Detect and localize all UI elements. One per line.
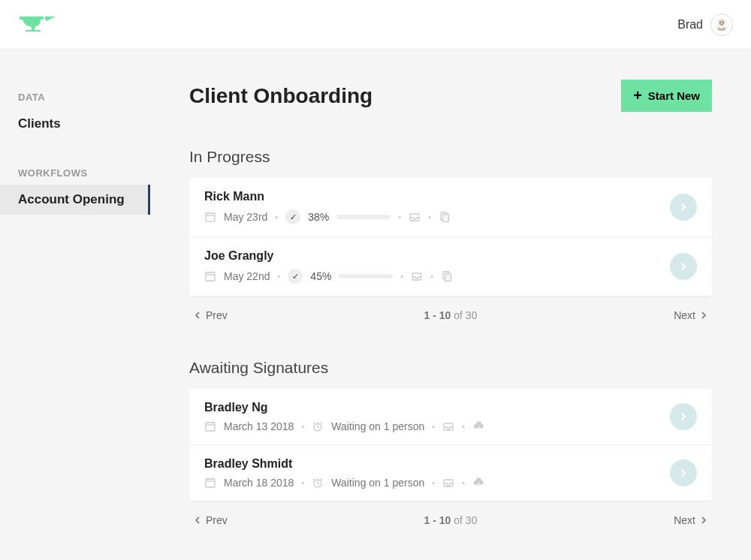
plus-icon: +: [633, 87, 642, 104]
status-label: Waiting on 1 person: [331, 477, 424, 489]
sidebar-group-workflows: WORKFLOWS Account Opening: [0, 161, 150, 215]
date-label: March 18 2018: [224, 477, 294, 489]
arrow-button[interactable]: [670, 459, 697, 486]
main: Client Onboarding + Start New In Progres…: [150, 50, 751, 560]
pager-range-of: of 30: [454, 514, 477, 526]
check-icon: ✓: [288, 269, 303, 284]
separator: •: [428, 212, 431, 221]
date-label: May 23rd: [224, 211, 267, 223]
clock-icon: [312, 477, 324, 489]
progress-bar: [336, 215, 391, 219]
clock-icon: [312, 420, 324, 432]
sidebar-heading-workflows: WORKFLOWS: [0, 161, 150, 185]
calendar-icon: [204, 211, 216, 223]
inbox-icon: [442, 420, 454, 432]
svg-rect-4: [206, 213, 215, 221]
user-name-label: Brad: [677, 18, 703, 32]
list-item[interactable]: Joe Grangly May 22nd • ✓ 45% • •: [189, 236, 712, 296]
section-title-in-progress: In Progress: [189, 148, 712, 166]
pager-range-of: of 30: [454, 309, 477, 321]
arrow-button[interactable]: [670, 403, 697, 430]
start-new-button[interactable]: + Start New: [621, 80, 712, 112]
list-item[interactable]: Bradley Ng March 13 2018 • Waiting on 1 …: [189, 389, 712, 444]
inbox-icon: [409, 211, 421, 223]
next-button[interactable]: Next: [674, 309, 707, 321]
row-meta: March 18 2018 • Waiting on 1 person • •: [204, 477, 697, 489]
separator: •: [430, 272, 433, 281]
copy-icon: [439, 211, 451, 223]
svg-point-3: [722, 22, 724, 23]
percent-label: 45%: [310, 270, 331, 282]
pager-range: 1 - 10 of 30: [424, 514, 478, 526]
svg-rect-18: [206, 423, 215, 431]
separator: •: [432, 478, 435, 487]
awaiting-card: Bradley Ng March 13 2018 • Waiting on 1 …: [189, 389, 712, 501]
pager-in-progress: Prev 1 - 10 of 30 Next: [189, 296, 712, 335]
pager-awaiting: Prev 1 - 10 of 30 Next: [189, 501, 712, 540]
svg-rect-24: [206, 479, 215, 487]
list-item[interactable]: Rick Mann May 23rd • ✓ 38% • •: [189, 178, 712, 236]
sidebar-group-data: DATA Clients: [0, 86, 150, 139]
separator: •: [400, 272, 403, 281]
status-label: Waiting on 1 person: [331, 420, 424, 432]
client-name: Bradley Ng: [204, 401, 697, 414]
client-name: Rick Mann: [204, 190, 697, 203]
client-name: Joe Grangly: [204, 249, 697, 263]
next-label: Next: [674, 514, 695, 526]
separator: •: [277, 272, 280, 281]
calendar-icon: [204, 477, 216, 489]
separator: •: [275, 212, 278, 221]
prev-label: Prev: [206, 309, 228, 321]
calendar-icon: [204, 420, 216, 432]
separator: •: [432, 422, 435, 431]
page-title: Client Onboarding: [189, 84, 372, 108]
prev-button[interactable]: Prev: [194, 309, 228, 321]
arrow-button[interactable]: [670, 253, 697, 280]
separator: •: [301, 478, 304, 487]
list-item[interactable]: Bradley Shmidt March 18 2018 • Waiting o…: [189, 444, 712, 501]
user-menu[interactable]: Brad: [677, 14, 733, 36]
check-icon: ✓: [285, 209, 300, 224]
in-progress-card: Rick Mann May 23rd • ✓ 38% • •: [189, 178, 712, 296]
sidebar-item-clients[interactable]: Clients: [0, 109, 150, 139]
separator: •: [398, 212, 401, 221]
section-title-awaiting: Awaiting Signatures: [189, 359, 712, 377]
section-in-progress: In Progress Rick Mann May 23rd • ✓ 38% •: [189, 148, 712, 335]
arrow-button[interactable]: [670, 194, 697, 221]
client-name: Bradley Shmidt: [204, 457, 697, 471]
chevron-right-icon: [700, 516, 707, 524]
sidebar-heading-data: DATA: [0, 86, 150, 109]
pager-range: 1 - 10 of 30: [424, 309, 478, 321]
chevron-right-icon: [700, 312, 707, 319]
prev-label: Prev: [206, 514, 228, 526]
date-label: May 22nd: [224, 270, 270, 282]
sidebar-item-account-opening[interactable]: Account Opening: [0, 185, 150, 215]
avatar: [710, 14, 733, 36]
cloud-download-icon: [472, 477, 485, 489]
next-label: Next: [674, 309, 695, 321]
percent-label: 38%: [308, 211, 329, 223]
separator: •: [462, 478, 465, 487]
chevron-left-icon: [194, 312, 201, 319]
inbox-icon: [442, 477, 454, 489]
logo[interactable]: [18, 12, 59, 38]
header: Brad: [0, 0, 751, 50]
page-head: Client Onboarding + Start New: [189, 80, 712, 112]
date-label: March 13 2018: [224, 420, 294, 432]
separator: •: [301, 422, 304, 431]
pager-range-bold: 1 - 10: [424, 309, 451, 321]
start-new-label: Start New: [648, 89, 700, 102]
inbox-icon: [411, 270, 423, 282]
next-button[interactable]: Next: [674, 514, 707, 526]
svg-rect-17: [445, 274, 451, 282]
copy-icon: [441, 270, 453, 282]
svg-point-2: [719, 22, 721, 23]
pager-range-bold: 1 - 10: [424, 514, 451, 526]
calendar-icon: [204, 270, 216, 282]
row-meta: March 13 2018 • Waiting on 1 person • •: [204, 420, 697, 432]
prev-button[interactable]: Prev: [194, 514, 228, 526]
svg-rect-10: [442, 215, 448, 222]
progress-bar: [339, 274, 393, 278]
separator: •: [462, 422, 465, 431]
row-meta: May 23rd • ✓ 38% • •: [204, 209, 697, 224]
